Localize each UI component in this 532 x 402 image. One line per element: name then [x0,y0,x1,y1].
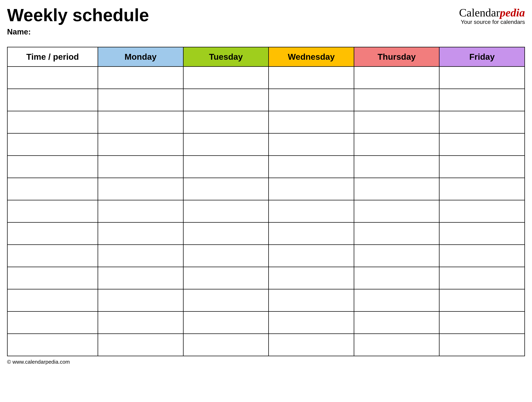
schedule-body [7,67,525,356]
table-cell[interactable] [439,311,525,334]
table-row [7,289,525,311]
table-cell[interactable] [183,111,269,133]
column-header-fri: Friday [439,47,525,67]
table-cell[interactable] [183,222,269,245]
table-cell[interactable] [269,267,354,289]
table-row [7,334,525,356]
table-cell[interactable] [183,133,269,156]
schedule-table: Time / period Monday Tuesday Wednesday T… [7,47,525,356]
table-cell[interactable] [7,133,98,156]
table-cell[interactable] [98,133,183,156]
table-row [7,67,525,89]
table-cell[interactable] [269,111,354,133]
table-cell[interactable] [98,245,183,267]
column-header-thu: Thursday [354,47,439,67]
table-cell[interactable] [7,200,98,222]
table-cell[interactable] [98,311,183,334]
table-cell[interactable] [183,245,269,267]
table-cell[interactable] [183,334,269,356]
table-cell[interactable] [439,267,525,289]
table-cell[interactable] [269,222,354,245]
table-cell[interactable] [354,200,439,222]
table-cell[interactable] [354,89,439,111]
table-cell[interactable] [439,67,525,89]
table-cell[interactable] [183,178,269,200]
table-cell[interactable] [269,178,354,200]
table-cell[interactable] [98,89,183,111]
table-cell[interactable] [439,133,525,156]
table-cell[interactable] [7,245,98,267]
column-header-time: Time / period [7,47,98,67]
table-cell[interactable] [98,289,183,311]
name-label: Name: [7,27,149,36]
table-cell[interactable] [439,289,525,311]
table-cell[interactable] [98,334,183,356]
table-cell[interactable] [98,67,183,89]
table-cell[interactable] [98,156,183,178]
table-cell[interactable] [439,222,525,245]
table-cell[interactable] [354,133,439,156]
table-cell[interactable] [98,178,183,200]
table-cell[interactable] [98,111,183,133]
table-cell[interactable] [7,267,98,289]
table-cell[interactable] [269,200,354,222]
table-cell[interactable] [354,311,439,334]
table-cell[interactable] [269,334,354,356]
table-cell[interactable] [183,200,269,222]
table-cell[interactable] [439,200,525,222]
table-cell[interactable] [269,67,354,89]
table-cell[interactable] [269,289,354,311]
table-cell[interactable] [269,133,354,156]
brand-block: Calendarpedia Your source for calendars [459,5,525,25]
table-cell[interactable] [183,311,269,334]
table-row [7,111,525,133]
table-cell[interactable] [354,289,439,311]
table-cell[interactable] [183,267,269,289]
table-row [7,200,525,222]
header-row: Time / period Monday Tuesday Wednesday T… [7,47,525,67]
table-cell[interactable] [269,245,354,267]
document-title: Weekly schedule [7,5,149,25]
table-cell[interactable] [7,311,98,334]
table-cell[interactable] [98,267,183,289]
table-cell[interactable] [98,222,183,245]
table-cell[interactable] [7,156,98,178]
table-cell[interactable] [183,289,269,311]
table-cell[interactable] [354,178,439,200]
document-header: Weekly schedule Name: Calendarpedia Your… [7,5,525,36]
table-cell[interactable] [7,289,98,311]
table-cell[interactable] [183,156,269,178]
table-cell[interactable] [439,156,525,178]
column-header-wed: Wednesday [269,47,354,67]
table-cell[interactable] [7,178,98,200]
table-row [7,178,525,200]
table-cell[interactable] [7,334,98,356]
table-cell[interactable] [354,267,439,289]
table-cell[interactable] [269,311,354,334]
table-cell[interactable] [7,222,98,245]
table-cell[interactable] [269,89,354,111]
table-cell[interactable] [439,89,525,111]
table-cell[interactable] [7,89,98,111]
table-row [7,133,525,156]
brand-tagline: Your source for calendars [459,19,525,25]
brand-name-part2: pedia [500,6,525,19]
table-cell[interactable] [7,67,98,89]
table-cell[interactable] [354,111,439,133]
table-cell[interactable] [269,156,354,178]
table-cell[interactable] [439,111,525,133]
table-cell[interactable] [354,67,439,89]
table-cell[interactable] [7,111,98,133]
table-cell[interactable] [354,334,439,356]
table-cell[interactable] [354,156,439,178]
table-cell[interactable] [439,178,525,200]
table-row [7,311,525,334]
table-cell[interactable] [354,222,439,245]
table-cell[interactable] [183,89,269,111]
table-cell[interactable] [98,200,183,222]
table-cell[interactable] [439,245,525,267]
table-cell[interactable] [354,245,439,267]
table-cell[interactable] [183,67,269,89]
table-row [7,222,525,245]
table-cell[interactable] [439,334,525,356]
